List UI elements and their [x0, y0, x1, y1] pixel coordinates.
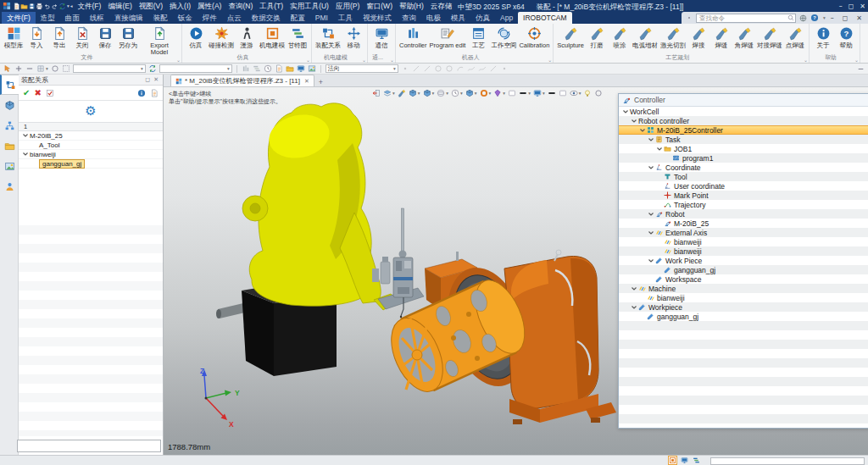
- gear-icon[interactable]: ⚙: [85, 105, 96, 118]
- rotate-view-button[interactable]: ▾: [480, 89, 492, 97]
- pick-cursor-button[interactable]: [3, 64, 12, 73]
- side-tab-visualization[interactable]: [0, 156, 19, 176]
- collapse-ribbon-icon[interactable]: ◂: [70, 3, 73, 8]
- tree-node-m-20ib-25[interactable]: M-20iB_25: [619, 219, 868, 228]
- doc-minimize-icon[interactable]: –: [829, 14, 836, 22]
- butt-weld-button[interactable]: 对接焊缝: [756, 25, 783, 50]
- screen-display-button[interactable]: ▾: [533, 89, 545, 97]
- tree-node-program1[interactable]: program1: [619, 153, 868, 163]
- command-search-input[interactable]: [696, 14, 796, 23]
- menu-item-6[interactable]: 工具(T): [256, 0, 287, 12]
- restore-icon[interactable]: ◻: [849, 3, 854, 10]
- paint-brush-button[interactable]: [398, 89, 406, 97]
- qat-options-icon[interactable]: ▾: [67, 3, 70, 8]
- tree-node-bianweiji[interactable]: bianweiji: [619, 246, 868, 256]
- wireframe-display-button[interactable]: ▾: [423, 89, 435, 97]
- menu-item-1[interactable]: 编辑(E): [104, 0, 135, 12]
- notes-button[interactable]: [275, 64, 283, 73]
- tree-node-m-20ib-25controller[interactable]: M-20iB_25Controller: [619, 125, 868, 135]
- group-expander-icon[interactable]: ⌄: [176, 57, 181, 63]
- tree-node-gangguan-gj[interactable]: gangguan_gj: [619, 312, 868, 321]
- program-edit-button[interactable]: Program edit: [429, 25, 467, 50]
- print-icon[interactable]: [36, 3, 43, 10]
- display-manager-button[interactable]: ▾: [383, 89, 395, 97]
- calibration-button[interactable]: Calibration: [518, 25, 550, 50]
- tree-node-mark-point[interactable]: Mark Point: [619, 191, 868, 200]
- weld-tool-model[interactable]: [372, 208, 424, 318]
- document-tab[interactable]: * M_20iB变位机焊枪管理程序.Z3 - [11] ✕: [170, 75, 314, 86]
- more-options-icon[interactable]: [857, 65, 865, 73]
- tree-node-bianweiji[interactable]: bianweiji: [619, 237, 868, 246]
- menu-item-8[interactable]: 应用(P): [332, 0, 363, 12]
- ribbon-tab-irobotcam[interactable]: IROBOTCAM: [518, 12, 571, 24]
- weld-seam-button[interactable]: 焊缝: [710, 25, 732, 50]
- side-tab-user-session[interactable]: [0, 176, 19, 197]
- ribbon-tab-查询[interactable]: 查询: [397, 12, 421, 24]
- ribbon-tab-钣金[interactable]: 钣金: [173, 12, 198, 24]
- panel-close-icon[interactable]: ✕: [152, 76, 160, 83]
- command-list-button[interactable]: [693, 457, 700, 464]
- report-icon[interactable]: [150, 89, 159, 97]
- note-card-button[interactable]: [508, 89, 516, 97]
- group-expander-icon[interactable]: ⌄: [804, 57, 808, 63]
- transparent-display-button[interactable]: ▾: [437, 89, 448, 97]
- ribbon-tab-工具[interactable]: 工具: [333, 12, 358, 24]
- window-manager-button[interactable]: [669, 457, 676, 464]
- controller-button[interactable]: Controller: [398, 25, 428, 50]
- workspace-button[interactable]: 工作空间: [490, 25, 517, 50]
- library-folder-button[interactable]: [286, 64, 294, 73]
- monitor-view-button[interactable]: [297, 64, 305, 73]
- side-tab-solids-tree[interactable]: [0, 95, 19, 115]
- tab-file[interactable]: 文件(F): [2, 12, 36, 24]
- fillet-weld-button[interactable]: 角焊缝: [733, 25, 755, 50]
- help-caret-icon[interactable]: ▾: [823, 15, 826, 20]
- status-input[interactable]: [710, 457, 865, 465]
- gantt-chart-button[interactable]: 甘特图: [287, 25, 309, 50]
- visibility-button[interactable]: ▾: [570, 89, 581, 97]
- tree-node-machine[interactable]: Machine: [619, 284, 868, 293]
- close-doc-button[interactable]: 关闭: [71, 25, 93, 50]
- ribbon-tab-app[interactable]: App: [495, 12, 518, 24]
- save-as-button[interactable]: 另存为: [117, 25, 139, 50]
- minimize-icon[interactable]: –: [839, 3, 843, 10]
- redo-icon[interactable]: [51, 3, 58, 10]
- export-button[interactable]: 导出: [48, 25, 70, 50]
- menu-item-4[interactable]: 属性(A): [194, 0, 225, 12]
- process-button[interactable]: 工艺: [467, 25, 489, 50]
- close-tab-icon[interactable]: ✕: [304, 78, 309, 85]
- side-tab-assembly-relations[interactable]: [0, 75, 19, 95]
- ribbon-tab-数据交换[interactable]: 数据交换: [247, 12, 286, 24]
- relation-row-a_tool[interactable]: A_Tool: [19, 141, 163, 150]
- group-expander-icon[interactable]: ⌄: [548, 57, 552, 63]
- polish-button[interactable]: 打磨: [586, 25, 608, 50]
- online-icon[interactable]: [799, 14, 807, 22]
- regen-icon[interactable]: [58, 3, 66, 10]
- simulate-button[interactable]: 仿真: [185, 25, 207, 50]
- assembly-relation-button[interactable]: 装配关系: [314, 25, 342, 50]
- ribbon-tab-视觉样式[interactable]: 视觉样式: [358, 12, 397, 24]
- circle-select-button[interactable]: [51, 64, 59, 73]
- menu-item-11[interactable]: 云存储: [427, 0, 456, 12]
- communication-button[interactable]: 通信: [370, 25, 392, 50]
- view-cube-button[interactable]: ▾: [465, 89, 477, 97]
- tree-node-workcell[interactable]: WorkCell: [619, 107, 868, 116]
- arc-additive-button[interactable]: 电弧增材: [632, 25, 659, 50]
- quick-edit-input[interactable]: [17, 440, 161, 452]
- auto-regen-button[interactable]: [148, 64, 157, 73]
- tree-node-coordinate[interactable]: Coordinate: [619, 163, 868, 172]
- sculpture-button[interactable]: Sculpture: [556, 25, 585, 50]
- new-file-icon[interactable]: [13, 3, 20, 10]
- ribbon-tab-配置[interactable]: 配置: [286, 12, 310, 24]
- save-file-icon[interactable]: [28, 3, 36, 10]
- remove-select-button[interactable]: [25, 64, 34, 73]
- info-icon[interactable]: [137, 89, 146, 97]
- group-expander-icon[interactable]: ⌄: [362, 57, 366, 63]
- image-capture-button[interactable]: [308, 64, 316, 73]
- box-select-button[interactable]: [62, 64, 70, 73]
- controller-panel-titlebar[interactable]: Controller: [619, 94, 868, 107]
- tree-node-workspace[interactable]: Workspace: [619, 274, 868, 284]
- import-button[interactable]: 导入: [25, 25, 47, 50]
- about-button[interactable]: 关于: [812, 25, 834, 50]
- ribbon-tab-焊件[interactable]: 焊件: [198, 12, 222, 24]
- spot-weld-button[interactable]: 点焊缝: [784, 25, 806, 50]
